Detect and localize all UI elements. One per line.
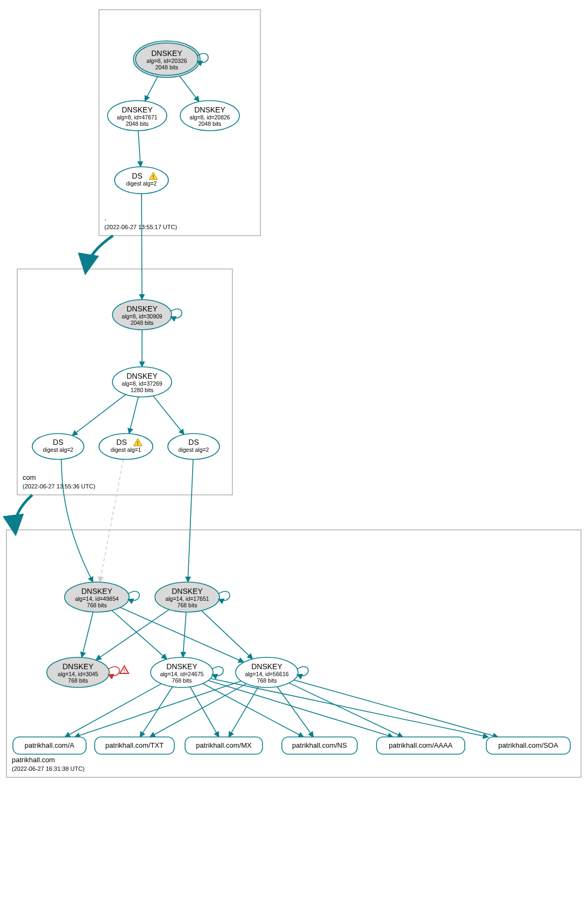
dnskey-node-dom_ksk1[interactable]: DNSKEYalg=14, id=49854768 bits (65, 582, 139, 612)
node-sub1: digest alg=1 (111, 446, 141, 453)
ds-node-com_ds3[interactable]: DSdigest alg=2 (168, 434, 219, 459)
node-title: DNSKEY (62, 662, 94, 671)
dnskey-node-dom_ksk2[interactable]: DNSKEYalg=14, id=17651768 bits (155, 582, 230, 612)
warning-icon-glyph: ! (137, 441, 138, 446)
edge-root_zsk1-root_ds (138, 131, 140, 167)
rr-label: patrikhall.com/TXT (105, 741, 164, 749)
node-title: DS (116, 438, 126, 446)
node-title: DNSKEY (194, 105, 225, 114)
node-sub2: 768 bits (178, 602, 197, 608)
edge-dom_zskC-rr_soa (294, 680, 498, 737)
edge-dom_ksk2-dom_zskB (183, 612, 186, 657)
node-sub1: alg=14, id=49854 (75, 595, 118, 602)
edge-dom_ksk1-dom_zskC (121, 607, 244, 662)
node-sub1: digest alg=2 (43, 446, 74, 453)
edge-dom_zskC-rr_ns (277, 686, 314, 737)
node-title: DNSKEY (126, 304, 158, 313)
dnskey-node-dom_zskC[interactable]: DNSKEYalg=14, id=56616768 bits (236, 657, 308, 687)
edge-com_ds3-dom_ksk2 (188, 459, 193, 582)
dnskey-node-dom_zskB[interactable]: DNSKEYalg=14, id=24675768 bits (151, 657, 223, 687)
edge-root_ksk-root_zsk2 (178, 74, 199, 102)
node-sub1: alg=8, id=20826 (189, 114, 230, 120)
dnskey-node-root_zsk1[interactable]: DNSKEYalg=8, id=476712048 bits (108, 101, 167, 131)
rr-node-rr_ns[interactable]: patrikhall.com/NS (282, 737, 357, 754)
dnskey-double-node-root_ksk[interactable]: DNSKEYalg=8, id=203262048 bits (133, 41, 208, 77)
node-title: DNSKEY (172, 587, 203, 595)
edge-com_ds1-dom_ksk1 (61, 459, 93, 582)
zone-delegation-arrow-1 (15, 495, 32, 530)
rr-node-rr_a[interactable]: patrikhall.com/A (13, 737, 86, 754)
node-sub1: alg=8, id=30909 (122, 313, 162, 320)
dnskey-node-root_zsk2[interactable]: DNSKEYalg=8, id=208262048 bits (180, 101, 239, 131)
node-sub1: digest alg=2 (179, 446, 209, 453)
edge-com_zsk-com_ds2 (129, 397, 138, 434)
edge-dom_zskC-rr_mx (229, 687, 258, 737)
rr-node-rr_aaaa[interactable]: patrikhall.com/AAAA (377, 737, 465, 754)
node-sub1: alg=8, id=20326 (146, 58, 187, 64)
node-sub2: 768 bits (68, 677, 88, 684)
edge-dom_zskB-rr_soa (210, 678, 488, 737)
rr-node-rr_txt[interactable]: patrikhall.com/TXT (95, 737, 174, 754)
node-title: DNSKEY (126, 372, 158, 380)
ds-node-com_ds1[interactable]: DSdigest alg=2 (32, 434, 84, 459)
zone-time-com: (2022-06-27 13:55:36 UTC) (23, 483, 95, 490)
dnskey-node-com_zsk[interactable]: DNSKEYalg=8, id=372691280 bits (112, 367, 172, 397)
edge-com_zsk-com_ds1 (72, 394, 125, 436)
dnskey-node-dom_zskA[interactable]: !DNSKEYalg=14, id=3045768 bits (47, 657, 129, 687)
ds-node-root_ds[interactable]: DS!digest alg=2 (115, 167, 168, 194)
selfloop-com_ksk (171, 309, 182, 318)
edge-dom_zskB-rr_ns (203, 684, 303, 737)
edge-dom_zskB-rr_aaaa (208, 680, 393, 737)
selfloop-dom_ksk2 (218, 591, 230, 600)
node-title: DNSKEY (251, 662, 282, 671)
node-sub1: alg=14, id=56616 (245, 671, 288, 677)
selfloop-dom_zskB (212, 666, 223, 676)
node-sub1: alg=14, id=24675 (160, 671, 203, 677)
node-sub2: 2048 bits (126, 120, 149, 127)
edge-dom_zskB-rr_a (65, 684, 161, 737)
node-title: DNSKEY (122, 105, 153, 114)
edge-dom_ksk2-dom_zskC (202, 611, 253, 659)
node-sub1: alg=14, id=17651 (165, 595, 209, 602)
ds-node-com_ds2[interactable]: DS!digest alg=1 (99, 434, 153, 459)
node-sub1: digest alg=2 (126, 180, 157, 187)
rr-node-rr_mx[interactable]: patrikhall.com/MX (185, 737, 263, 754)
node-sub1: alg=14, id=3045 (58, 671, 98, 677)
node-title: DNSKEY (151, 49, 182, 58)
rr-label: patrikhall.com/SOA (498, 741, 558, 749)
node-title: DS (132, 172, 142, 180)
node-sub2: 2048 bits (131, 320, 154, 326)
node-sub2: 768 bits (257, 677, 277, 684)
edge-root_ksk-root_zsk1 (145, 75, 159, 101)
node-title: DS (53, 438, 63, 446)
edge-dom_ksk1-dom_zskB (112, 611, 167, 659)
node-sub2: 768 bits (172, 677, 192, 684)
node-sub2: 2048 bits (155, 64, 179, 70)
selfloop-dom_zskC (297, 666, 308, 676)
edge-dom_zskC-rr_a (75, 681, 242, 737)
rr-node-rr_soa[interactable]: patrikhall.com/SOA (486, 737, 570, 754)
node-sub1: alg=8, id=37269 (122, 380, 162, 387)
rr-label: patrikhall.com/NS (292, 741, 347, 749)
selfloop-dom_ksk1 (128, 591, 139, 600)
rr-label: patrikhall.com/A (25, 741, 75, 749)
error-icon-glyph: ! (123, 668, 125, 674)
edge-dom_zskC-rr_txt (150, 684, 246, 737)
selfloop-dom_zskA (108, 666, 119, 676)
zone-delegation-arrow-0 (86, 236, 113, 269)
zone-time-root: (2022-06-27 13:55:17 UTC) (104, 224, 177, 230)
warning-icon-glyph: ! (152, 174, 154, 180)
dnskey-node-com_ksk[interactable]: DNSKEYalg=8, id=309092048 bits (112, 300, 182, 330)
zone-name-domain: patrikhall.com (12, 756, 55, 764)
node-title: DNSKEY (81, 587, 112, 595)
node-sub2: 2048 bits (199, 120, 222, 127)
rr-label: patrikhall.com/MX (196, 741, 252, 749)
edge-dom_zskB-rr_txt (140, 687, 173, 737)
zone-name-root: . (104, 214, 107, 222)
edge-dom_ksk1-dom_zskA (82, 612, 93, 657)
edge-dom_ksk2-dom_zskA (96, 609, 169, 660)
zone-time-domain: (2022-06-27 16:31:38 UTC) (12, 765, 84, 772)
edge-com_ds2-dom_ksk1 (100, 459, 123, 582)
edge-com_zsk-com_ds3 (153, 396, 184, 435)
node-sub1: alg=8, id=47671 (117, 114, 157, 120)
